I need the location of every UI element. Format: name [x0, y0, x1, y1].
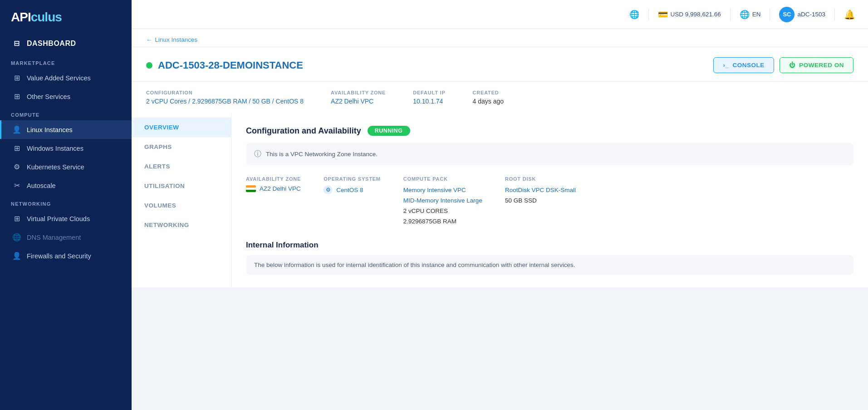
config-rootdisk-value: RootDisk VPC DSK-Small 50 GB SSD	[505, 185, 576, 206]
created-meta: CREATED 4 days ago	[473, 90, 504, 105]
user-item[interactable]: SC aDC-1503	[779, 7, 825, 22]
sidebar-item-autoscale[interactable]: ✂ Autoscale	[0, 176, 132, 195]
config-grid: AVAILABILITY ZONE AZ2 Delhi VPC OPERATIN…	[246, 176, 853, 227]
topbar-divider-1	[648, 8, 649, 21]
main-area: 🌐 💳 USD 9,998,621.66 🌐 EN SC aDC-1503 🔔 …	[132, 0, 868, 410]
nav-item-overview[interactable]: OVERVIEW	[132, 118, 231, 137]
internal-desc-text: The below information is used for intern…	[254, 262, 575, 268]
config-az: AVAILABILITY ZONE AZ2 Delhi VPC	[246, 176, 301, 227]
section-title: Configuration and Availability RUNNING	[246, 126, 853, 136]
vpc-info-text: This is a VPC Networking Zone Instance.	[266, 151, 378, 158]
nav-item-utilisation[interactable]: UTILISATION	[132, 176, 231, 196]
sidebar-item-dashboard[interactable]: ⊟ DASHBOARD	[0, 33, 132, 54]
logo-api: API	[11, 10, 31, 24]
india-flag-icon	[246, 185, 256, 192]
marketplace-section-label: MARKETPLACE	[0, 54, 132, 69]
back-link[interactable]: ← Linux Instances	[132, 29, 868, 47]
instance-title: ADC-1503-28-DEMOINSTANCE	[146, 59, 303, 71]
compute-line1: Memory Intensive VPC	[403, 185, 482, 196]
created-value: 4 days ago	[473, 98, 504, 105]
sidebar-item-label: DNS Management	[27, 234, 81, 241]
nav-item-label: OVERVIEW	[144, 124, 179, 131]
console-icon: ›_	[723, 62, 729, 69]
windows-icon: ⊞	[12, 144, 21, 153]
sidebar-item-label: Virtual Private Clouds	[27, 215, 90, 222]
sidebar-item-label: Firewalls and Security	[27, 252, 91, 260]
right-panel: Configuration and Availability RUNNING ⓘ…	[231, 113, 868, 287]
globe-icon: 🌐	[629, 10, 639, 20]
centos-icon: ⚙	[324, 185, 333, 194]
sidebar-item-label: Other Services	[27, 93, 70, 100]
sidebar-item-label: Autoscale	[27, 182, 56, 189]
az-label: AVAILABILITY ZONE	[331, 90, 386, 95]
sidebar-item-label: Windows Instances	[27, 145, 83, 152]
sidebar-item-dns[interactable]: 🌐 DNS Management	[0, 228, 132, 247]
compute-line4: 2.9296875GB RAM	[403, 217, 482, 227]
instance-name: ADC-1503-28-DEMOINSTANCE	[158, 59, 303, 71]
config-os: OPERATING SYSTEM ⚙ CentOS 8	[324, 176, 381, 227]
dashboard-label: DASHBOARD	[27, 40, 76, 48]
config-rootdisk-label: ROOT DISK	[505, 176, 576, 182]
status-dot	[146, 62, 152, 69]
powered-on-button[interactable]: ⏻ POWERED ON	[780, 57, 853, 73]
ip-meta: DEFAULT IP 10.10.1.74	[413, 90, 445, 105]
translate-icon: 🌐	[740, 10, 750, 20]
content-area: ← Linux Instances ADC-1503-28-DEMOINSTAN…	[132, 29, 868, 410]
nav-item-networking[interactable]: NETWORKING	[132, 215, 231, 235]
rootdisk-line2: 50 GB SSD	[505, 196, 576, 206]
topbar: 🌐 💳 USD 9,998,621.66 🌐 EN SC aDC-1503 🔔	[132, 0, 868, 29]
sidebar-item-kubernetes[interactable]: ⚙ Kubernetes Service	[0, 158, 132, 176]
globe-item[interactable]: 🌐	[629, 10, 639, 20]
back-link-label: Linux Instances	[155, 36, 198, 43]
nav-item-alerts[interactable]: ALERTS	[132, 157, 231, 176]
config-meta: CONFIGURATION 2 vCPU Cores / 2.9296875GB…	[146, 90, 304, 105]
nav-item-label: ALERTS	[144, 163, 170, 170]
console-button[interactable]: ›_ CONSOLE	[713, 57, 774, 73]
header-buttons: ›_ CONSOLE ⏻ POWERED ON	[713, 57, 853, 73]
sidebar-item-value-added[interactable]: ⊞ Value Added Services	[0, 69, 132, 87]
rootdisk-line1: RootDisk VPC DSK-Small	[505, 185, 576, 196]
compute-line3: 2 vCPU CORES	[403, 206, 482, 217]
config-compute-label: COMPUTE PACK	[403, 176, 482, 182]
config-os-value: ⚙ CentOS 8	[324, 185, 381, 194]
compute-section-label: COMPUTE	[0, 106, 132, 120]
instance-card: ADC-1503-28-DEMOINSTANCE ›_ CONSOLE ⏻ PO…	[132, 47, 868, 287]
az-value: AZ2 Delhi VPC	[331, 98, 386, 105]
user-name: aDC-1503	[797, 11, 825, 18]
info-icon: ⓘ	[254, 149, 261, 159]
firewalls-icon: 👤	[12, 252, 21, 260]
dashboard-icon: ⊟	[12, 39, 21, 48]
sidebar-item-firewalls[interactable]: 👤 Firewalls and Security	[0, 247, 132, 265]
dns-icon: 🌐	[12, 233, 21, 242]
config-az-value: AZ2 Delhi VPC	[246, 185, 301, 192]
logo-culus: culus	[31, 10, 62, 24]
nav-item-volumes[interactable]: VOLUMES	[132, 196, 231, 215]
config-az-label: AVAILABILITY ZONE	[246, 176, 301, 182]
sidebar-item-other-services[interactable]: ⊞ Other Services	[0, 87, 132, 106]
sidebar-item-linux-instances[interactable]: 👤 Linux Instances	[0, 120, 132, 139]
sidebar-item-windows-instances[interactable]: ⊞ Windows Instances	[0, 139, 132, 158]
bell-icon: 🔔	[844, 9, 855, 20]
running-badge: RUNNING	[368, 126, 410, 136]
az-val-text: AZ2 Delhi VPC	[260, 185, 301, 192]
language-item[interactable]: 🌐 EN	[740, 10, 761, 20]
internal-section-title: Internal Information	[246, 241, 853, 250]
detail-area: OVERVIEW GRAPHS ALERTS UTILISATION VOLUM…	[132, 113, 868, 287]
os-val-text: CentOS 8	[336, 187, 363, 193]
power-icon: ⏻	[789, 62, 796, 69]
balance-item[interactable]: 💳 USD 9,998,621.66	[658, 10, 721, 20]
nav-item-graphs[interactable]: GRAPHS	[132, 137, 231, 157]
sidebar: APIculus ⊟ DASHBOARD MARKETPLACE ⊞ Value…	[0, 0, 132, 410]
config-os-label: OPERATING SYSTEM	[324, 176, 381, 182]
user-avatar: SC	[779, 7, 794, 22]
bell-item[interactable]: 🔔	[844, 9, 855, 20]
kubernetes-icon: ⚙	[12, 163, 21, 171]
instance-header: ADC-1503-28-DEMOINSTANCE ›_ CONSOLE ⏻ PO…	[132, 47, 868, 82]
instance-meta: CONFIGURATION 2 vCPU Cores / 2.9296875GB…	[132, 82, 868, 113]
logo: APIculus	[0, 0, 132, 33]
balance-value: USD 9,998,621.66	[671, 11, 721, 18]
sidebar-item-vpc[interactable]: ⊞ Virtual Private Clouds	[0, 209, 132, 228]
topbar-divider-3	[770, 8, 770, 21]
nav-item-label: GRAPHS	[144, 143, 172, 150]
other-services-icon: ⊞	[12, 92, 21, 101]
